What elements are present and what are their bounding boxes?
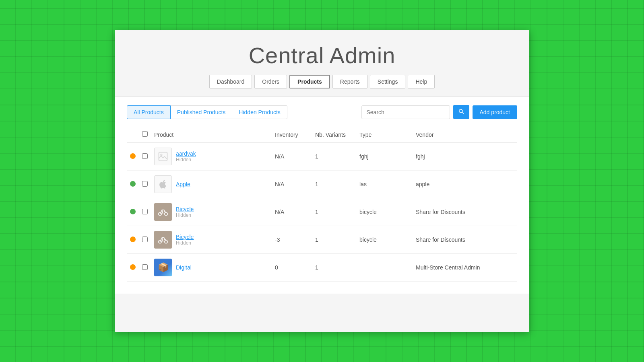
product-image-0 [154, 148, 172, 165]
product-status-label-2: Hidden [176, 212, 194, 218]
products-table: Product Inventory Nb. Variants Type Vend… [127, 127, 517, 282]
search-button[interactable] [453, 105, 469, 119]
nav-btn-products[interactable]: Products [289, 75, 330, 88]
product-name-link-3[interactable]: Bicycle [176, 234, 194, 240]
row-type-2: bicycle [356, 198, 413, 226]
col-type-header: Type [356, 127, 413, 142]
svg-point-0 [459, 109, 462, 113]
row-vendor-0: fghj [413, 142, 517, 171]
product-cell-3: BicycleHidden [154, 231, 268, 249]
row-status-3 [127, 226, 139, 254]
row-checkbox-4[interactable] [142, 264, 148, 270]
row-variants-2: 1 [312, 198, 356, 226]
nav-btn-orders[interactable]: Orders [254, 75, 287, 88]
add-product-button[interactable]: Add product [473, 105, 518, 119]
col-inventory-header: Inventory [272, 127, 312, 142]
row-product-cell-1: Apple [151, 171, 272, 198]
product-name-link-4[interactable]: Digital [176, 264, 192, 271]
product-cell-2: BicycleHidden [154, 203, 268, 221]
row-product-cell-2: BicycleHidden [151, 198, 272, 226]
product-image-2 [154, 203, 172, 221]
row-inventory-4: 0 [272, 254, 312, 282]
filter-tab-hidden-products[interactable]: Hidden Products [232, 105, 287, 119]
row-product-cell-0: aardvakHidden [151, 142, 272, 171]
product-name-link-2[interactable]: Bicycle [176, 206, 194, 212]
row-checkbox-3[interactable] [142, 237, 148, 242]
row-variants-0: 1 [312, 142, 356, 171]
svg-line-1 [462, 112, 464, 114]
row-inventory-2: N/A [272, 198, 312, 226]
row-type-4 [356, 254, 413, 282]
content-area: All ProductsPublished ProductsHidden Pro… [115, 97, 529, 294]
main-container: Central Admin DashboardOrdersProductsRep… [115, 30, 529, 332]
row-product-cell-4: 📦Digital [151, 254, 272, 282]
row-checkbox-1[interactable] [142, 181, 148, 187]
row-vendor-2: Share for Discounts [413, 198, 517, 226]
table-row: aardvakHiddenN/A1fghjfghj [127, 142, 517, 171]
product-image-4: 📦 [154, 259, 172, 276]
row-status-0 [127, 142, 139, 171]
row-status-2 [127, 198, 139, 226]
row-inventory-1: N/A [272, 171, 312, 198]
row-checkbox-cell-4 [139, 254, 151, 282]
row-vendor-3: Share for Discounts [413, 226, 517, 254]
row-status-4 [127, 254, 139, 282]
row-variants-3: 1 [312, 226, 356, 254]
row-checkbox-0[interactable] [142, 153, 148, 159]
row-status-1 [127, 171, 139, 198]
row-checkbox-cell-1 [139, 171, 151, 198]
table-row: BicycleHidden-31bicycleShare for Discoun… [127, 226, 517, 254]
product-info-2: BicycleHidden [176, 206, 194, 218]
product-status-label-0: Hidden [176, 157, 196, 162]
nav-btn-dashboard[interactable]: Dashboard [209, 75, 252, 88]
row-checkbox-cell-2 [139, 198, 151, 226]
row-variants-1: 1 [312, 171, 356, 198]
product-info-1: Apple [176, 181, 190, 187]
svg-rect-2 [159, 152, 167, 161]
col-variants-header: Nb. Variants [312, 127, 356, 142]
row-vendor-1: apple [413, 171, 517, 198]
app-title: Central Admin [115, 42, 529, 68]
product-cell-0: aardvakHidden [154, 148, 268, 165]
product-image-1 [154, 175, 172, 193]
row-variants-4: 1 [312, 254, 356, 282]
row-inventory-0: N/A [272, 142, 312, 171]
toolbar: All ProductsPublished ProductsHidden Pro… [127, 105, 517, 119]
row-vendor-4: Multi-Store Central Admin [413, 254, 517, 282]
status-dot [130, 237, 136, 242]
product-status-label-3: Hidden [176, 240, 194, 246]
filter-tabs: All ProductsPublished ProductsHidden Pro… [127, 105, 287, 119]
product-image-3 [154, 231, 172, 249]
product-name-link-1[interactable]: Apple [176, 181, 190, 187]
svg-point-5 [165, 212, 168, 216]
row-checkbox-cell-3 [139, 226, 151, 254]
nav-btn-settings[interactable]: Settings [370, 75, 406, 88]
row-checkbox-2[interactable] [142, 209, 148, 214]
select-all-checkbox[interactable] [142, 131, 148, 137]
row-type-3: bicycle [356, 226, 413, 254]
search-input[interactable] [361, 105, 450, 119]
table-row: BicycleHiddenN/A1bicycleShare for Discou… [127, 198, 517, 226]
row-checkbox-cell-0 [139, 142, 151, 171]
search-area: Add product [361, 105, 518, 119]
row-type-1: las [356, 171, 413, 198]
table-row: 📦Digital01Multi-Store Central Admin [127, 254, 517, 282]
filter-tab-published-products[interactable]: Published Products [171, 105, 233, 119]
col-vendor-header: Vendor [413, 127, 517, 142]
search-icon [458, 109, 464, 114]
nav-btn-reports[interactable]: Reports [332, 75, 367, 88]
status-dot [130, 264, 136, 270]
product-info-3: BicycleHidden [176, 234, 194, 246]
status-dot [130, 153, 136, 159]
filter-tab-all-products[interactable]: All Products [127, 105, 171, 119]
svg-point-3 [161, 154, 162, 156]
svg-point-7 [165, 240, 168, 243]
nav: DashboardOrdersProductsReportsSettingsHe… [115, 75, 529, 88]
product-name-link-0[interactable]: aardvak [176, 150, 196, 157]
nav-btn-help[interactable]: Help [408, 75, 435, 88]
row-inventory-3: -3 [272, 226, 312, 254]
table-row: AppleN/A1lasapple [127, 171, 517, 198]
header: Central Admin DashboardOrdersProductsRep… [115, 30, 529, 97]
col-check-header [139, 127, 151, 142]
product-cell-1: Apple [154, 175, 268, 193]
